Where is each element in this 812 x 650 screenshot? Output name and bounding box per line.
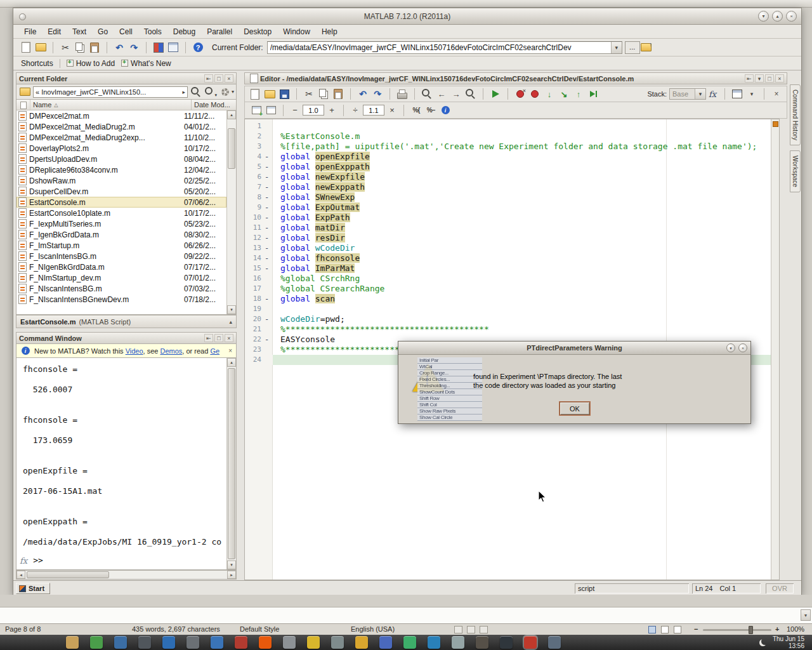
window-close-icon[interactable]: × (786, 11, 797, 22)
dialog-titlebar[interactable]: PTdirectParameters Warning ▾× (398, 342, 750, 355)
zoom-in-button[interactable]: + (775, 625, 779, 633)
web-browser-icon[interactable] (114, 636, 127, 649)
demos-link[interactable]: Demos (160, 347, 183, 355)
fx-icon[interactable]: fx (706, 88, 719, 100)
utilities-icon[interactable] (452, 636, 464, 649)
panel-maximize-icon[interactable]: □ (765, 74, 774, 83)
file-row[interactable]: F_NIgenBkGrdData.m07/17/2... (16, 262, 226, 272)
code-line[interactable]: 16%global CSrchRng (245, 274, 771, 284)
ide-icon[interactable] (500, 636, 513, 649)
line-number[interactable]: 2 (245, 131, 261, 142)
open-folder-icon[interactable] (263, 88, 276, 100)
line-number[interactable]: 19 (245, 304, 261, 314)
redo-icon[interactable]: ↷ (128, 41, 140, 54)
window-shade-icon[interactable]: ▾ (726, 343, 735, 352)
office-writer-icon[interactable] (211, 636, 223, 649)
text-editor-icon[interactable] (90, 636, 103, 649)
gear-dropdown-icon[interactable]: ▾ (232, 89, 234, 95)
code-line[interactable]: 14-global fhconsole (245, 253, 771, 263)
text-language[interactable]: English (USA) (351, 625, 395, 633)
clock[interactable]: Thu Jun 15 13:56 (773, 635, 804, 649)
step-out-icon[interactable]: ↑ (572, 88, 585, 100)
code-line[interactable]: 7-global newExppath (245, 182, 771, 192)
archive-manager-icon[interactable] (331, 636, 344, 649)
save-icon[interactable] (278, 88, 291, 100)
line-number[interactable]: 12 (245, 233, 261, 243)
scroll-up-icon[interactable]: ▴ (227, 358, 236, 367)
line-number[interactable]: 9 (245, 202, 261, 213)
file-row[interactable]: F_IexpMultiTseries.m05/23/2... (16, 218, 226, 229)
code-line[interactable]: 3%[file,path] = uiputfile('.mat','Create… (245, 142, 771, 152)
code-line[interactable]: 8-global SWnewExp (245, 192, 771, 202)
single-page-view-icon[interactable] (648, 626, 656, 633)
percent-block-icon[interactable]: %{ (410, 104, 422, 117)
code-line[interactable]: 20-wCodeDir=pwd; (245, 314, 771, 324)
print-icon[interactable] (396, 88, 409, 100)
new-file-icon[interactable] (20, 41, 32, 54)
open-folder-icon[interactable] (34, 41, 47, 54)
continue-icon[interactable] (587, 88, 599, 100)
panel-close-icon[interactable]: × (225, 74, 233, 83)
line-number[interactable]: 13 (245, 243, 261, 253)
line-number[interactable]: 21 (245, 324, 261, 335)
tab-command-history[interactable]: Command History (790, 84, 801, 145)
undo-icon[interactable]: ↶ (113, 41, 126, 54)
line-number[interactable]: 22 (245, 335, 261, 345)
line-number[interactable]: 4 (245, 152, 261, 162)
firefox-icon[interactable] (259, 636, 272, 649)
scroll-down-icon[interactable]: ▾ (227, 560, 236, 569)
gimp-icon[interactable] (476, 636, 488, 649)
book-view-icon[interactable] (674, 626, 681, 633)
code-analyzer-strip[interactable] (771, 119, 779, 580)
back-icon[interactable]: ← (435, 88, 448, 100)
code-line[interactable]: 19 (245, 304, 771, 314)
code-line[interactable]: 10-global ExpPath (245, 213, 771, 223)
start-button[interactable]: Start (16, 583, 50, 594)
file-row[interactable]: DsuperCellDev.m05/20/2... (16, 186, 226, 197)
menu-debug[interactable]: Debug (167, 27, 201, 36)
file-row[interactable]: F_NIscanIntensBGnewDev.m07/18/2... (16, 294, 226, 305)
breakpoint-margin[interactable]: - (261, 294, 272, 304)
banner-close-icon[interactable]: × (227, 347, 233, 354)
window-layout-icon[interactable] (731, 88, 743, 100)
code-line[interactable]: 11-global matDir (245, 223, 771, 233)
panel-maximize-icon[interactable]: □ (214, 334, 223, 342)
line-number[interactable]: 18 (245, 294, 261, 304)
code-line[interactable]: 1 (245, 121, 771, 131)
breakpoint-margin[interactable]: - (261, 243, 272, 253)
file-row[interactable]: DReplicate96to384conv.m12/04/2... (16, 164, 226, 175)
file-row[interactable]: DpertsUploadDev.m08/04/2... (16, 154, 226, 164)
command-window-header[interactable]: Command Window ⇤□× (16, 332, 237, 344)
file-row[interactable]: F_NIscanIntensBG.m07/03/2... (16, 283, 226, 294)
caret-icon[interactable]: ▾ (745, 88, 758, 100)
file-row[interactable]: DshowRaw.m02/25/2... (16, 175, 226, 186)
system-monitor-icon[interactable] (187, 636, 199, 649)
writer-scrollbar-corner[interactable]: ▾ (801, 609, 811, 621)
cut-icon[interactable]: ✂ (59, 41, 72, 54)
paste-icon[interactable] (88, 41, 101, 54)
menu-file[interactable]: File (18, 27, 42, 36)
menu-go[interactable]: Go (92, 27, 114, 36)
menu-help[interactable]: Help (316, 27, 343, 36)
menu-parallel[interactable]: Parallel (201, 27, 238, 36)
breakpoint-margin[interactable]: - (261, 182, 272, 192)
mail-client-icon[interactable] (379, 636, 392, 649)
breakpoint-margin[interactable]: - (261, 202, 272, 213)
notification-icon[interactable] (759, 639, 766, 646)
step-icon[interactable]: ↓ (543, 88, 556, 100)
window-maximize-icon[interactable]: ▴ (772, 11, 783, 22)
page-style[interactable]: Default Style (240, 625, 279, 633)
breakpoint-set-icon[interactable] (528, 88, 541, 100)
file-row[interactable]: F_NImStartup_dev.m07/01/2... (16, 272, 226, 283)
code-line[interactable]: 2%EstartConsole.m (245, 131, 771, 142)
panel-dock-icon[interactable]: ⇤ (204, 334, 213, 342)
run-icon[interactable] (489, 88, 502, 100)
code-line[interactable]: 4-global openExpfile (245, 152, 771, 162)
forward-icon[interactable]: → (450, 88, 462, 100)
line-number[interactable]: 20 (245, 314, 261, 324)
window-close-icon[interactable]: × (738, 343, 747, 352)
find-icon[interactable] (421, 88, 433, 100)
code-line[interactable]: 5-global openExppath (245, 162, 771, 172)
step-in-icon[interactable]: ↘ (558, 88, 570, 100)
shortcut-whats-new[interactable]: What's New (121, 59, 171, 68)
